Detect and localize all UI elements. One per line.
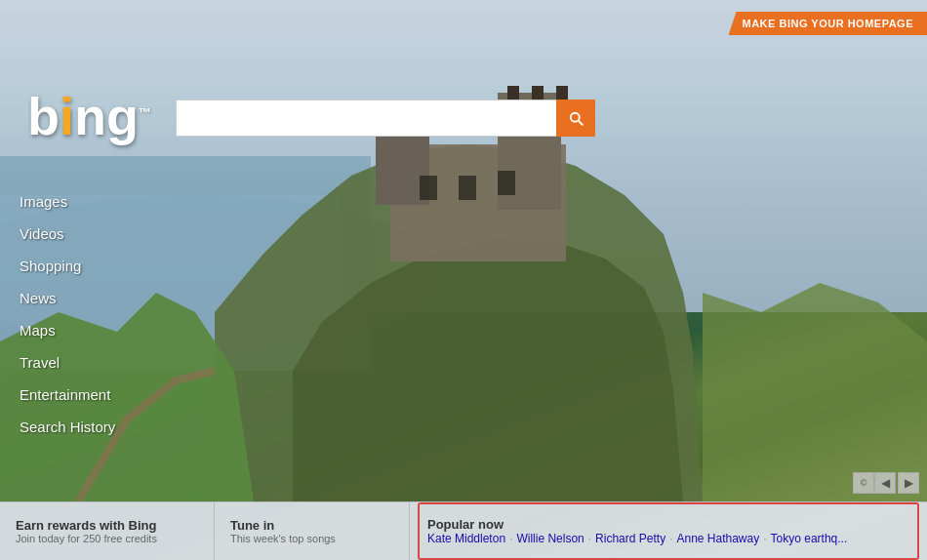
tune-in-label: Tune in: [230, 518, 393, 533]
sidebar-item-travel[interactable]: Travel: [0, 346, 151, 379]
nav-sidebar: Images Videos Shopping News Maps Travel …: [0, 185, 151, 443]
earn-rewards-sub: Join today for 250 free credits: [16, 533, 198, 544]
image-nav-arrows: ◀ ▶: [874, 472, 919, 494]
popular-item-2[interactable]: Richard Petty: [595, 532, 665, 545]
sidebar-item-entertainment[interactable]: Entertainment: [0, 379, 151, 411]
popular-item-4[interactable]: Tokyo earthq...: [771, 532, 848, 545]
next-image-button[interactable]: ▶: [898, 472, 919, 494]
prev-image-button[interactable]: ◀: [874, 472, 896, 494]
bottom-bar: Earn rewards with Bing Join today for 25…: [0, 501, 927, 560]
make-homepage-button[interactable]: MAKE BING YOUR HOMEPAGE: [729, 12, 928, 35]
sidebar-item-search-history[interactable]: Search History: [0, 411, 151, 443]
popular-now-section: Popular now Kate Middleton·Willie Nelson…: [418, 502, 919, 560]
sidebar-item-news[interactable]: News: [0, 282, 151, 314]
popular-item-1[interactable]: Willie Nelson: [516, 532, 584, 545]
svg-rect-11: [420, 176, 437, 200]
sidebar-item-videos[interactable]: Videos: [0, 218, 151, 250]
sidebar-item-images[interactable]: Images: [0, 185, 151, 218]
search-button[interactable]: [556, 100, 595, 137]
sidebar-item-shopping[interactable]: Shopping: [0, 250, 151, 282]
svg-rect-13: [498, 171, 515, 195]
bing-logo: bing™: [27, 86, 151, 146]
popular-item-3[interactable]: Anne Hathaway: [676, 532, 759, 545]
popular-item-0[interactable]: Kate Middleton: [427, 532, 505, 545]
earn-rewards-section: Earn rewards with Bing Join today for 25…: [0, 502, 215, 560]
popular-items-list: Kate Middleton·Willie Nelson·Richard Pet…: [427, 532, 909, 545]
svg-rect-12: [459, 176, 476, 200]
separator: ·: [669, 532, 672, 545]
search-icon: [567, 109, 584, 127]
search-bar: [176, 100, 595, 137]
search-input[interactable]: [176, 100, 556, 137]
tune-in-section: Tune in This week's top songs: [215, 502, 410, 560]
separator: ·: [509, 532, 512, 545]
tune-in-sub: This week's top songs: [230, 533, 393, 544]
separator: ·: [763, 532, 766, 545]
separator: ·: [588, 532, 591, 545]
earn-rewards-label: Earn rewards with Bing: [16, 518, 198, 533]
copyright-icon: ©: [853, 472, 874, 494]
popular-now-label: Popular now: [427, 517, 909, 532]
sidebar-item-maps[interactable]: Maps: [0, 314, 151, 346]
